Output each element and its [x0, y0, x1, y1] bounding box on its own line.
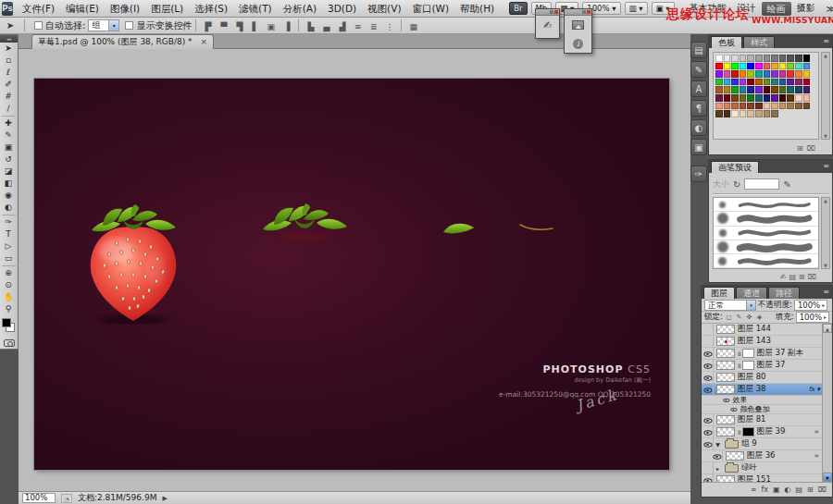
tab-layers[interactable]: 图层	[703, 287, 735, 299]
color-swatch[interactable]	[779, 86, 787, 93]
pen-tool[interactable]: ✑	[0, 216, 17, 228]
color-swatch[interactable]	[747, 103, 754, 110]
color-swatch[interactable]	[779, 63, 787, 70]
layer-thumbnail[interactable]	[716, 337, 735, 346]
visibility-toggle[interactable]	[711, 450, 723, 461]
color-swatch[interactable]	[747, 55, 754, 62]
layer-thumbnail[interactable]	[716, 385, 735, 394]
eye-icon[interactable]	[730, 406, 736, 412]
opacity-value[interactable]: 100%▸	[794, 300, 827, 311]
color-swatch[interactable]	[747, 110, 754, 117]
color-swatch[interactable]	[755, 70, 763, 78]
color-swatch[interactable]	[747, 86, 754, 93]
color-swatch[interactable]	[771, 55, 778, 62]
color-swatch[interactable]	[787, 103, 794, 110]
bridge-button[interactable]: Br	[509, 2, 527, 15]
color-swatch[interactable]	[724, 94, 731, 102]
layer-row[interactable]: 图层 151	[702, 474, 823, 482]
align-hcenter-button[interactable]: ▣	[264, 19, 278, 32]
floating-panel-info[interactable]: i	[564, 8, 592, 54]
align-right-button[interactable]: ▐	[280, 19, 293, 32]
open-preset-icon[interactable]: ▤	[789, 273, 800, 281]
color-swatch[interactable]	[764, 94, 771, 102]
panel-menu-icon[interactable]: ≡	[823, 37, 829, 45]
align-vcenter-button[interactable]: ▀	[217, 19, 230, 32]
foreground-color-swatch[interactable]	[2, 318, 11, 327]
visibility-toggle[interactable]	[702, 414, 714, 425]
canvas[interactable]: PHOTOSHOP CS5 design by Daikefan (戴一) e-…	[34, 79, 669, 470]
color-swatch[interactable]	[755, 55, 763, 62]
layer-mask-thumbnail[interactable]	[742, 427, 754, 436]
layer-thumbnail[interactable]	[716, 373, 735, 382]
visibility-toggle[interactable]	[702, 348, 714, 359]
color-swatch[interactable]	[755, 110, 763, 117]
panel-menu-icon[interactable]: ≡	[823, 162, 829, 170]
layer-row[interactable]: 8 图层 39 ∞	[702, 426, 823, 438]
workspace-more-button[interactable]: ≫	[821, 4, 833, 14]
brush-panel-icon[interactable]: ✑	[690, 166, 707, 182]
menu-view[interactable]: 视图(V)	[362, 0, 406, 18]
color-swatch[interactable]	[795, 94, 802, 102]
tools-panel-grip[interactable]: ◂◂	[0, 35, 18, 43]
color-swatch[interactable]	[715, 79, 723, 86]
tab-brush-presets[interactable]: 画笔预设	[711, 161, 759, 173]
crop-tool[interactable]: #	[0, 91, 17, 103]
menu-image[interactable]: 图像(I)	[105, 0, 145, 18]
adjustments-panel-icon[interactable]: ◐	[690, 119, 707, 136]
color-swatch[interactable]	[755, 63, 763, 70]
menu-help[interactable]: 帮助(H)	[454, 0, 500, 18]
menu-filter[interactable]: 滤镜(T)	[233, 0, 278, 18]
layer-name[interactable]: 图层 37 副本	[757, 348, 803, 359]
eyedropper-tool[interactable]: ∕	[0, 103, 17, 115]
shape-tool[interactable]: ▭	[0, 252, 17, 264]
bridge-panel-icon[interactable]: ▤	[690, 42, 707, 58]
adjustment-layer-icon[interactable]: ◐	[785, 486, 791, 494]
layer-row[interactable]: 图层 81	[702, 414, 823, 426]
delete-layer-icon[interactable]: ⌧	[818, 486, 827, 494]
color-swatch[interactable]	[787, 55, 794, 62]
color-swatch[interactable]	[795, 70, 802, 78]
auto-select-dropdown[interactable]: 组▾	[88, 19, 119, 31]
color-swatch[interactable]	[803, 103, 811, 110]
new-group-icon[interactable]: ▤	[796, 486, 803, 494]
brush-preset-row[interactable]	[714, 198, 818, 212]
color-swatch[interactable]	[715, 94, 723, 102]
layer-thumbnail[interactable]	[716, 361, 735, 370]
document-tab[interactable]: 草莓1.psd @ 100% (图层 38, RGB/8) * ×	[31, 34, 214, 49]
brush-stroke-icon[interactable]: ✍	[780, 273, 789, 281]
color-swatch[interactable]	[715, 63, 723, 70]
visibility-toggle[interactable]	[702, 438, 714, 449]
group-row[interactable]: ▸ 绿叶	[702, 462, 823, 474]
layer-name[interactable]: 图层 39	[757, 426, 786, 437]
menu-file[interactable]: 文件(F)	[17, 0, 60, 18]
color-swatch[interactable]	[764, 70, 771, 78]
brush-preset-row[interactable]	[714, 227, 818, 240]
visibility-toggle[interactable]	[702, 360, 714, 371]
add-mask-icon[interactable]: ▣	[773, 486, 780, 494]
link-layers-icon[interactable]: ∞	[751, 486, 757, 494]
color-swatch[interactable]	[747, 94, 754, 102]
layer-thumbnail[interactable]	[716, 349, 735, 358]
mask-link-icon[interactable]: 8	[738, 350, 741, 357]
scroll-up-icon[interactable]: ▲	[822, 198, 829, 203]
layer-row[interactable]: 8 图层 37	[702, 360, 823, 372]
blur-tool[interactable]: ◉	[0, 190, 17, 202]
color-swatch[interactable]	[795, 55, 802, 62]
color-swatch[interactable]	[715, 70, 723, 78]
scroll-down-icon[interactable]: ▼	[822, 263, 829, 268]
layer-thumbnail[interactable]	[716, 415, 735, 424]
color-swatch[interactable]	[724, 55, 731, 62]
group-row[interactable]: ▼ 组 9	[702, 438, 823, 450]
color-swatch[interactable]	[764, 86, 771, 93]
scroll-up-icon[interactable]: ▲	[822, 53, 829, 58]
menu-3d[interactable]: 3D(D)	[322, 0, 362, 18]
color-swatch[interactable]	[724, 79, 731, 86]
layer-thumbnail[interactable]	[716, 475, 735, 482]
color-swatch[interactable]	[731, 70, 739, 78]
color-swatch[interactable]	[771, 110, 778, 117]
layer-name[interactable]: 图层 38	[738, 384, 766, 395]
color-overlay-row[interactable]: 颜色叠加	[702, 405, 823, 414]
group-name[interactable]: 绿叶	[741, 462, 757, 473]
color-swatch[interactable]	[787, 70, 794, 78]
color-swatch[interactable]	[731, 79, 739, 86]
